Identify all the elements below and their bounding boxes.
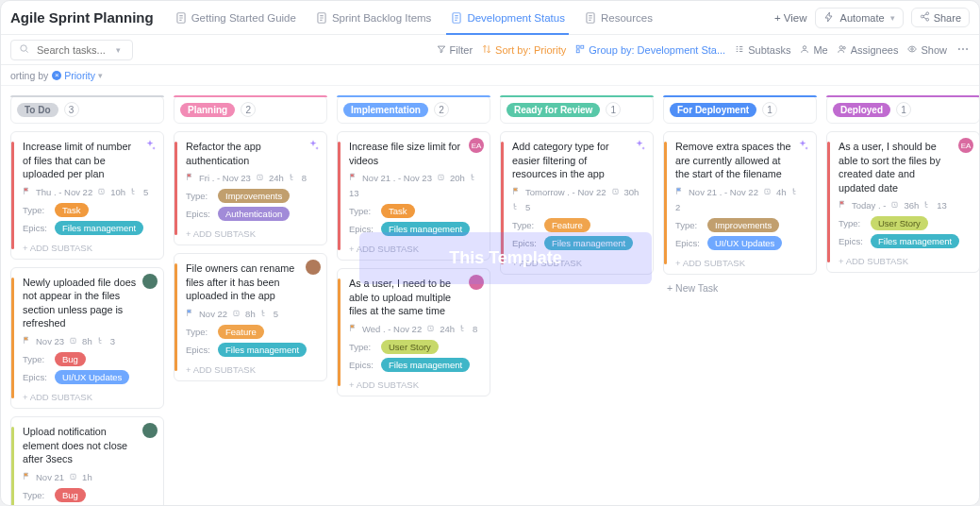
epic-pill[interactable]: Files management [218, 343, 307, 357]
new-task-button[interactable]: + New Task [663, 282, 817, 294]
automate-button[interactable]: Automate ▾ [815, 8, 904, 28]
type-label: Type: [186, 191, 218, 201]
status-badge[interactable]: Implementation [343, 103, 428, 117]
svg-point-16 [962, 48, 964, 50]
status-badge[interactable]: Deployed [833, 103, 890, 117]
column-count: 1 [762, 102, 777, 117]
group-button[interactable]: Group by: Development Sta... [575, 44, 725, 56]
sort-label: Sort by: Priority [495, 44, 566, 56]
epic-pill[interactable]: Files management [55, 221, 143, 235]
me-button[interactable]: Me [800, 44, 827, 56]
assignee-avatar[interactable] [142, 423, 158, 438]
task-card[interactable]: Remove extra spaces the are currently al… [663, 131, 817, 275]
tab-label: Development Status [467, 12, 565, 24]
tab-getting-started-guide[interactable]: Getting Started Guide [165, 1, 306, 34]
sort-button[interactable]: Sort by: Priority [482, 44, 566, 56]
ai-sparkle-icon[interactable] [632, 138, 647, 153]
page-title[interactable]: Agile Sprint Planning [10, 9, 154, 25]
add-subtask-button[interactable]: + ADD SUBTASK [19, 239, 156, 253]
type-pill[interactable]: Bug [55, 488, 86, 502]
assignee-avatar[interactable]: EA [469, 138, 484, 153]
task-epic-row: Epics: Authentication [186, 207, 319, 221]
column-header[interactable]: Deployed 1 [826, 95, 979, 124]
svg-point-6 [926, 18, 929, 21]
add-subtask-button[interactable]: + ADD SUBTASK [345, 240, 482, 254]
column-header[interactable]: Planning 2 [174, 95, 327, 124]
add-subtask-button[interactable]: + ADD SUBTASK [508, 254, 645, 268]
column-header[interactable]: To Do 3 [10, 95, 164, 124]
task-card[interactable]: File owners can rename files after it ha… [174, 253, 327, 381]
show-button[interactable]: Show [907, 44, 947, 56]
add-subtask-button[interactable]: + ADD SUBTASK [672, 254, 808, 268]
epic-pill[interactable]: UI/UX Updates [55, 370, 129, 384]
assignee-avatar[interactable] [142, 274, 158, 289]
column-header[interactable]: For Deployment 1 [663, 95, 817, 124]
tab-resources[interactable]: Resources [574, 1, 662, 34]
hourglass-icon [232, 309, 241, 319]
chevron-down-icon[interactable]: ▾ [116, 45, 121, 55]
status-badge[interactable]: Ready for Review [507, 103, 600, 117]
assignee-avatar[interactable]: EA [958, 138, 973, 153]
task-card[interactable]: Newly uploaded file does not appear in t… [10, 267, 164, 409]
assignee-avatar[interactable] [469, 275, 484, 290]
share-button[interactable]: Share [911, 8, 970, 27]
add-subtask-button[interactable]: + ADD SUBTASK [345, 376, 482, 390]
task-card[interactable]: Refactor the app authentication Fri . - … [174, 131, 327, 245]
subtask-count: 5 [143, 187, 148, 197]
assignee-avatar[interactable] [306, 260, 321, 275]
task-date: Wed . - Nov 22 [362, 324, 422, 334]
epic-pill[interactable]: UI/UX Updates [707, 236, 782, 250]
ai-sparkle-icon[interactable] [142, 138, 158, 153]
epic-pill[interactable]: Files management [381, 222, 470, 236]
subtasks-button[interactable]: Subtasks [735, 44, 790, 56]
status-badge[interactable]: To Do [17, 103, 58, 117]
more-button[interactable] [956, 42, 970, 58]
type-pill[interactable]: Feature [544, 218, 590, 232]
hourglass-icon [763, 187, 772, 197]
add-subtask-button[interactable]: + ADD SUBTASK [182, 361, 319, 375]
epic-pill[interactable]: Files management [381, 358, 470, 372]
task-card[interactable]: Upload notification element does not clo… [10, 416, 164, 505]
column-header[interactable]: Implementation 2 [337, 95, 490, 124]
task-card[interactable]: Add category type for easier filtering o… [500, 131, 654, 275]
epic-pill[interactable]: Files management [544, 236, 633, 250]
ai-sparkle-icon[interactable] [795, 138, 810, 153]
task-date: Nov 21 . - Nov 23 [362, 173, 432, 183]
epic-pill[interactable]: Files management [871, 234, 959, 248]
filter-button[interactable]: Filter [437, 44, 473, 56]
search-field[interactable] [35, 43, 110, 57]
svg-point-5 [921, 15, 923, 18]
task-card[interactable]: EA Increase file size limit for videos N… [337, 131, 490, 261]
assignees-button[interactable]: Assignees [838, 44, 899, 56]
column-header[interactable]: Ready for Review 1 [500, 95, 654, 124]
type-pill[interactable]: User Story [381, 340, 439, 354]
sort-chip[interactable]: × Priority ▾ [52, 70, 103, 81]
status-badge[interactable]: Planning [180, 103, 235, 117]
add-subtask-button[interactable]: + ADD SUBTASK [835, 252, 972, 266]
task-card[interactable]: Increase limit of number of files that c… [10, 131, 164, 260]
type-pill[interactable]: Bug [55, 352, 86, 366]
add-view-button[interactable]: + View [767, 8, 815, 27]
task-card[interactable]: EA As a user, I should be able to sort t… [826, 131, 979, 273]
epic-pill[interactable]: Authentication [218, 207, 290, 221]
task-type-row: Type: Feature [186, 325, 319, 339]
type-pill[interactable]: User Story [871, 216, 928, 230]
status-badge[interactable]: For Deployment [670, 103, 756, 117]
subtask-count: 5 [274, 309, 278, 319]
type-pill[interactable]: Task [55, 203, 89, 217]
search-input[interactable]: ▾ [10, 40, 133, 60]
add-subtask-button[interactable]: + ADD SUBTASK [182, 225, 319, 239]
type-pill[interactable]: Feature [218, 325, 264, 339]
add-subtask-button[interactable]: + ADD SUBTASK [19, 388, 156, 402]
hourglass-icon [437, 173, 445, 183]
ai-sparkle-icon[interactable] [306, 138, 321, 153]
task-card[interactable]: As a user, I need to be able to upload m… [337, 268, 490, 396]
tab-sprint-backlog-items[interactable]: Sprint Backlog Items [306, 1, 440, 34]
task-meta: Tomorrow . - Nov 22 30h 5 [512, 187, 645, 212]
type-pill[interactable]: Task [381, 204, 415, 218]
type-pill[interactable]: Improvements [707, 218, 779, 232]
type-pill[interactable]: Improvements [218, 189, 290, 203]
tab-development-status[interactable]: Development Status [440, 1, 574, 34]
remove-sort-icon[interactable]: × [52, 71, 61, 80]
sorting-label: orting by [10, 70, 48, 81]
